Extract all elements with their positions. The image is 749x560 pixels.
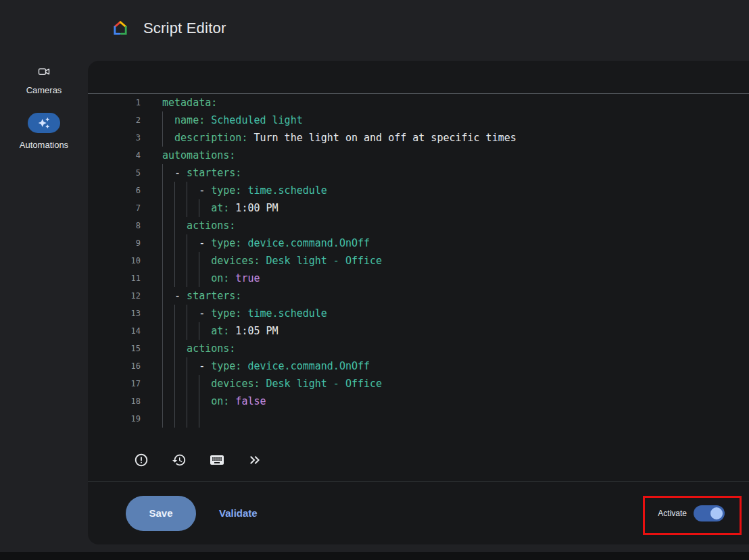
code-line: 6- type: time.schedule [88, 182, 749, 199]
indent-guide [174, 252, 175, 270]
line-number: 1 [88, 94, 141, 111]
line-number: 6 [88, 182, 141, 199]
active-nav-pill [28, 113, 60, 133]
line-number: 3 [88, 129, 141, 147]
code-line: 10devices: Desk light - Office [88, 252, 749, 270]
indent-guide [187, 392, 187, 410]
activate-control: Activate [658, 505, 725, 521]
indent-guide [162, 252, 163, 270]
indent-guide [174, 217, 175, 234]
line-number: 15 [88, 340, 141, 357]
validate-button[interactable]: Validate [215, 507, 262, 519]
code-line: 4automations: [88, 147, 749, 164]
activate-toggle[interactable] [694, 505, 725, 521]
double-chevron-right-icon [247, 452, 263, 468]
indent-guide [187, 182, 187, 199]
indent-guide [162, 164, 163, 182]
line-number: 4 [88, 147, 141, 164]
code-line: 7at: 1:00 PM [88, 199, 749, 217]
line-number: 9 [88, 234, 141, 252]
sidebar-item-automations[interactable]: Automations [20, 113, 68, 150]
indent-guide [199, 322, 199, 340]
code-line: 13- type: time.schedule [88, 305, 749, 322]
code-line: 15actions: [88, 340, 749, 357]
sidebar-item-label: Cameras [26, 85, 62, 95]
line-number: 13 [88, 305, 141, 322]
code-line: 19 [88, 410, 749, 428]
activate-label: Activate [658, 509, 687, 518]
problems-icon [134, 453, 149, 467]
indent-guide [187, 252, 187, 270]
line-number: 8 [88, 217, 141, 234]
editor-toolbar [88, 439, 749, 481]
indent-guide [162, 410, 163, 428]
line-number: 12 [88, 287, 141, 305]
indent-guide [174, 357, 175, 375]
indent-guide [199, 410, 199, 428]
code-editor[interactable]: 1metadata:2name: Scheduled light3descrip… [88, 93, 749, 435]
code-line: 3description: Turn the light on and off … [88, 129, 749, 147]
history-button[interactable] [165, 446, 193, 474]
sidebar-item-cameras[interactable]: Cameras [26, 65, 62, 95]
line-number: 17 [88, 375, 141, 392]
code-line: 5- starters: [88, 164, 749, 182]
indent-guide [162, 305, 163, 322]
code-line: 14at: 1:05 PM [88, 322, 749, 340]
line-number: 2 [88, 111, 141, 129]
code-line: 11on: true [88, 270, 749, 287]
indent-guide [162, 322, 163, 340]
code-line: 17devices: Desk light - Office [88, 375, 749, 392]
indent-guide [162, 340, 163, 357]
sidebar: Cameras Automations [0, 57, 88, 150]
videocam-icon [37, 65, 51, 78]
code-line: 18on: false [88, 392, 749, 410]
keyboard-button[interactable] [203, 446, 231, 474]
code-line: 2name: Scheduled light [88, 111, 749, 129]
line-number: 7 [88, 199, 141, 217]
indent-guide [162, 182, 163, 199]
indent-guide [199, 270, 199, 287]
indent-guide [199, 199, 199, 217]
code-line: 1metadata: [88, 94, 749, 111]
code-line: 16- type: device.command.OnOff [88, 357, 749, 375]
line-number: 14 [88, 322, 141, 340]
line-number: 10 [88, 252, 141, 270]
line-number: 19 [88, 410, 141, 428]
sidebar-item-label: Automations [20, 140, 68, 150]
indent-guide [174, 305, 175, 322]
indent-guide [162, 129, 163, 147]
indent-guide [199, 252, 199, 270]
problems-button[interactable] [127, 446, 155, 474]
indent-guide [162, 392, 163, 410]
code-line: 9- type: device.command.OnOff [88, 234, 749, 252]
line-number: 16 [88, 357, 141, 375]
indent-guide [162, 357, 163, 375]
indent-guide [199, 392, 199, 410]
indent-guide [162, 199, 163, 217]
auto-awesome-icon [38, 117, 50, 129]
more-tools-button[interactable] [241, 446, 269, 474]
indent-guide [174, 322, 175, 340]
indent-guide [174, 410, 175, 428]
indent-guide [187, 199, 187, 217]
history-icon [172, 453, 187, 467]
line-number: 18 [88, 392, 141, 410]
indent-guide [187, 375, 187, 392]
indent-guide [187, 322, 187, 340]
indent-guide [174, 182, 175, 199]
indent-guide [187, 410, 187, 428]
app-header: Script Editor [0, 0, 749, 57]
indent-guide [162, 111, 163, 129]
google-home-logo [111, 19, 130, 38]
indent-guide [174, 270, 175, 287]
line-number: 11 [88, 270, 141, 287]
indent-guide [174, 234, 175, 252]
save-button[interactable]: Save [126, 496, 196, 531]
editor-card: 1metadata:2name: Scheduled light3descrip… [88, 61, 749, 544]
action-bar: Save Validate Activate [88, 481, 749, 544]
indent-guide [174, 340, 175, 357]
line-number: 5 [88, 164, 141, 182]
code-line: 8actions: [88, 217, 749, 234]
indent-guide [174, 375, 175, 392]
indent-guide [162, 234, 163, 252]
